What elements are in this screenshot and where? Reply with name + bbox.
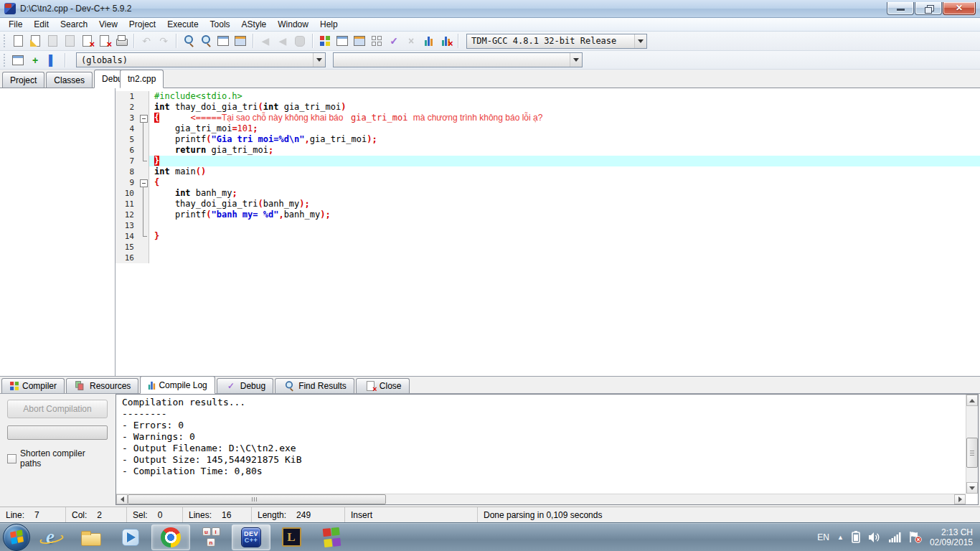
code-line[interactable]: 11 thay_doi_gia_tri(banh_my); (116, 199, 980, 209)
code-line[interactable]: 4 gia_tri_moi=101; (116, 123, 980, 134)
close-button[interactable] (943, 2, 976, 15)
replace-button[interactable] (215, 32, 232, 50)
shorten-paths-checkbox[interactable] (7, 454, 17, 463)
menu-item-window[interactable]: Window (272, 18, 314, 31)
code-line[interactable]: 10 int banh_my; (116, 188, 980, 199)
code-line[interactable]: 1#include<stdio.h> (116, 91, 980, 102)
goto-line-button[interactable] (232, 32, 249, 50)
menu-item-search[interactable]: Search (55, 18, 93, 31)
find-button[interactable] (180, 32, 197, 50)
new-source-button[interactable] (9, 52, 27, 69)
menu-item-view[interactable]: View (93, 18, 123, 31)
scroll-left-button[interactable] (116, 494, 128, 504)
menu-item-help[interactable]: Help (314, 18, 344, 31)
compile-run-button[interactable] (351, 32, 368, 50)
blocks-game-button[interactable] (312, 524, 351, 550)
fold-marker-icon[interactable] (138, 113, 149, 123)
media-player-button[interactable] (111, 524, 150, 550)
compiler-select[interactable]: TDM-GCC 4.8.1 32-bit Release (466, 34, 647, 49)
log-horizontal-scrollbar[interactable] (116, 494, 966, 504)
log-vertical-scrollbar[interactable] (966, 395, 978, 494)
restore-button[interactable] (915, 2, 942, 15)
find-in-files-button[interactable] (197, 32, 215, 50)
members-select[interactable] (333, 52, 583, 67)
code-line[interactable]: 13 (116, 220, 980, 231)
scroll-down-button[interactable] (966, 482, 978, 494)
code-line[interactable]: 8int main() (116, 166, 980, 177)
chrome-button[interactable] (151, 524, 190, 550)
menu-item-execute[interactable]: Execute (161, 18, 204, 31)
league-button[interactable]: L (272, 524, 311, 550)
tab-debug[interactable]: ✓Debug (217, 378, 273, 393)
network-signal-icon[interactable] (889, 532, 901, 542)
tab-compiler[interactable]: Compiler (1, 378, 65, 393)
abort-compilation-button[interactable]: Abort Compilation (7, 400, 108, 418)
menu-item-edit[interactable]: Edit (28, 18, 55, 31)
code-line[interactable]: 9{ (116, 177, 980, 188)
code-editor[interactable]: 1#include<stdio.h>2int thay_doi_gia_tri(… (116, 88, 980, 376)
tab-compile-log[interactable]: Compile Log (140, 376, 215, 394)
menu-item-astyle[interactable]: AStyle (236, 18, 273, 31)
close-file-button[interactable] (78, 32, 95, 50)
code-line[interactable]: 3{ <=====Tại sao chỗ này không khai báo … (116, 113, 980, 123)
tab-classes[interactable]: Classes (46, 72, 93, 88)
new-file-button[interactable] (9, 32, 27, 50)
fold-marker-icon (138, 188, 149, 199)
unikey-button[interactable]: uin (192, 524, 230, 550)
tab-project[interactable]: Project (2, 72, 44, 88)
compile-log-output[interactable]: Compilation results...--------- Errors: … (116, 394, 979, 505)
scroll-right-button[interactable] (954, 494, 966, 504)
code-line[interactable]: 5 printf("Gia tri moi=%d\n",gia_tri_moi)… (116, 134, 980, 145)
internet-explorer-button[interactable]: e (31, 524, 70, 550)
menu-item-tools[interactable]: Tools (204, 18, 236, 31)
compiler-select-arrow[interactable] (634, 34, 646, 48)
compile-button[interactable] (316, 32, 334, 50)
print-button[interactable] (113, 32, 130, 50)
project-browser-panel[interactable] (0, 88, 116, 376)
language-indicator[interactable]: EN (817, 532, 829, 542)
globals-select[interactable]: (globals) (76, 52, 326, 67)
globals-select-arrow[interactable] (313, 53, 325, 67)
menu-item-project[interactable]: Project (123, 18, 161, 31)
compile-log-icon (149, 381, 155, 390)
minimize-button[interactable] (887, 2, 914, 15)
battery-icon[interactable] (852, 531, 860, 543)
code-line[interactable]: 12 printf("banh my= %d",banh_my); (116, 209, 980, 220)
line-number: 9 (116, 177, 138, 188)
code-line[interactable]: 6 return gia_tri_moi; (116, 145, 980, 156)
add-to-project-button[interactable]: + (27, 52, 44, 69)
delete-profiling-button[interactable]: × (437, 32, 454, 50)
profile-button[interactable] (420, 32, 437, 50)
run-button[interactable] (334, 32, 351, 50)
code-line[interactable]: 15 (116, 242, 980, 253)
rebuild-all-button[interactable] (368, 32, 385, 50)
vertical-scroll-thumb[interactable] (966, 438, 978, 468)
syntax-check-button[interactable]: ✓ (385, 32, 402, 50)
horizontal-scroll-thumb[interactable] (128, 494, 386, 504)
action-center-flag-icon[interactable] (909, 531, 922, 543)
line-number: 13 (116, 220, 138, 231)
code-line[interactable]: 2int thay_doi_gia_tri(int gia_tri_moi) (116, 102, 980, 113)
menu-item-file[interactable]: File (3, 18, 28, 31)
tab-tn2cpp[interactable]: tn2.cpp (120, 70, 164, 88)
members-select-arrow[interactable] (570, 53, 582, 67)
show-hidden-icons-icon[interactable]: ▲ (837, 534, 844, 541)
tab-resources[interactable]: Resources (66, 378, 138, 393)
fold-marker-icon[interactable] (138, 177, 149, 188)
code-text: int main() (149, 166, 980, 177)
devcpp-button[interactable]: DEVC++ (232, 524, 270, 550)
start-button[interactable] (3, 524, 30, 551)
code-line[interactable]: 14} (116, 231, 980, 242)
close-all-button[interactable] (95, 32, 113, 50)
file-explorer-button[interactable] (71, 524, 110, 550)
open-file-button[interactable] (27, 32, 44, 50)
code-line[interactable]: 16 (116, 253, 980, 263)
remove-from-project-button[interactable]: ▌ (44, 52, 61, 69)
taskbar-clock[interactable]: 2:13 CH 02/09/2015 (930, 527, 973, 547)
scroll-up-button[interactable] (966, 395, 978, 406)
line-number: 5 (116, 134, 138, 145)
tab-find-results[interactable]: Find Results (275, 378, 354, 393)
code-line[interactable]: 7} (116, 156, 980, 166)
tab-close[interactable]: Close (356, 378, 410, 393)
volume-icon[interactable] (868, 532, 881, 543)
